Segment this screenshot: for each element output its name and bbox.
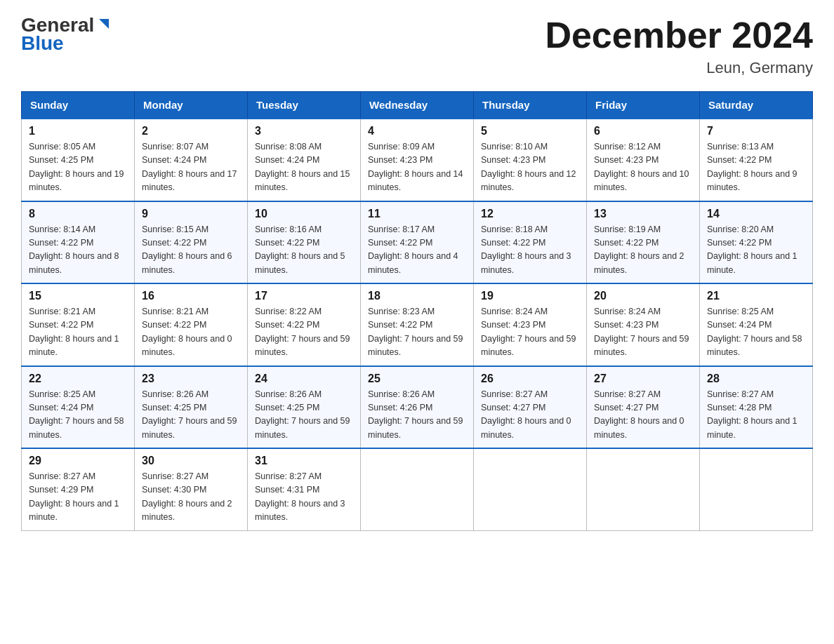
table-row: 17 Sunrise: 8:22 AMSunset: 4:22 PMDaylig…	[248, 283, 361, 366]
title-area: December 2024 Leun, Germany	[545, 14, 813, 77]
day-info: Sunrise: 8:14 AMSunset: 4:22 PMDaylight:…	[29, 223, 127, 278]
day-info: Sunrise: 8:24 AMSunset: 4:23 PMDaylight:…	[594, 305, 692, 360]
day-number: 20	[594, 290, 692, 302]
day-number: 27	[594, 373, 692, 385]
month-title: December 2024	[545, 14, 813, 56]
col-monday: Monday	[135, 92, 248, 119]
day-number: 24	[255, 373, 353, 385]
calendar-table: Sunday Monday Tuesday Wednesday Thursday…	[21, 91, 813, 531]
day-number: 11	[368, 208, 466, 220]
day-info: Sunrise: 8:17 AMSunset: 4:22 PMDaylight:…	[368, 223, 466, 278]
day-number: 7	[707, 125, 805, 137]
page-header: General Blue December 2024 Leun, Germany	[21, 14, 813, 77]
table-row: 16 Sunrise: 8:21 AMSunset: 4:22 PMDaylig…	[135, 283, 248, 366]
table-row: 14 Sunrise: 8:20 AMSunset: 4:22 PMDaylig…	[700, 201, 813, 284]
table-row: 4 Sunrise: 8:09 AMSunset: 4:23 PMDayligh…	[361, 119, 474, 201]
day-number: 2	[142, 125, 240, 137]
day-number: 30	[142, 455, 240, 467]
day-info: Sunrise: 8:19 AMSunset: 4:22 PMDaylight:…	[594, 223, 692, 278]
table-row: 9 Sunrise: 8:15 AMSunset: 4:22 PMDayligh…	[135, 201, 248, 284]
table-row: 8 Sunrise: 8:14 AMSunset: 4:22 PMDayligh…	[22, 201, 135, 284]
day-info: Sunrise: 8:07 AMSunset: 4:24 PMDaylight:…	[142, 140, 240, 195]
table-row: 3 Sunrise: 8:08 AMSunset: 4:24 PMDayligh…	[248, 119, 361, 201]
table-row	[700, 448, 813, 530]
table-row: 23 Sunrise: 8:26 AMSunset: 4:25 PMDaylig…	[135, 366, 248, 449]
table-row: 12 Sunrise: 8:18 AMSunset: 4:22 PMDaylig…	[474, 201, 587, 284]
day-info: Sunrise: 8:26 AMSunset: 4:25 PMDaylight:…	[255, 388, 353, 443]
day-info: Sunrise: 8:26 AMSunset: 4:26 PMDaylight:…	[368, 388, 466, 443]
day-info: Sunrise: 8:27 AMSunset: 4:28 PMDaylight:…	[707, 388, 805, 443]
calendar-week-row: 1 Sunrise: 8:05 AMSunset: 4:25 PMDayligh…	[22, 119, 813, 201]
day-number: 22	[29, 373, 127, 385]
day-number: 13	[594, 208, 692, 220]
day-info: Sunrise: 8:20 AMSunset: 4:22 PMDaylight:…	[707, 223, 805, 278]
table-row: 24 Sunrise: 8:26 AMSunset: 4:25 PMDaylig…	[248, 366, 361, 449]
day-info: Sunrise: 8:09 AMSunset: 4:23 PMDaylight:…	[368, 140, 466, 195]
table-row: 20 Sunrise: 8:24 AMSunset: 4:23 PMDaylig…	[587, 283, 700, 366]
day-info: Sunrise: 8:26 AMSunset: 4:25 PMDaylight:…	[142, 388, 240, 443]
table-row: 1 Sunrise: 8:05 AMSunset: 4:25 PMDayligh…	[22, 119, 135, 201]
logo-blue-text: Blue	[21, 32, 64, 55]
day-info: Sunrise: 8:12 AMSunset: 4:23 PMDaylight:…	[594, 140, 692, 195]
table-row	[361, 448, 474, 530]
calendar-header-row: Sunday Monday Tuesday Wednesday Thursday…	[22, 92, 813, 119]
day-info: Sunrise: 8:27 AMSunset: 4:31 PMDaylight:…	[255, 470, 353, 525]
table-row: 27 Sunrise: 8:27 AMSunset: 4:27 PMDaylig…	[587, 366, 700, 449]
day-number: 19	[481, 290, 579, 302]
location-label: Leun, Germany	[545, 59, 813, 77]
day-info: Sunrise: 8:05 AMSunset: 4:25 PMDaylight:…	[29, 140, 127, 195]
day-info: Sunrise: 8:21 AMSunset: 4:22 PMDaylight:…	[142, 305, 240, 360]
day-info: Sunrise: 8:08 AMSunset: 4:24 PMDaylight:…	[255, 140, 353, 195]
col-thursday: Thursday	[474, 92, 587, 119]
logo-triangle-icon	[96, 16, 112, 32]
day-number: 10	[255, 208, 353, 220]
table-row	[474, 448, 587, 530]
table-row: 11 Sunrise: 8:17 AMSunset: 4:22 PMDaylig…	[361, 201, 474, 284]
day-info: Sunrise: 8:25 AMSunset: 4:24 PMDaylight:…	[29, 388, 127, 443]
table-row: 29 Sunrise: 8:27 AMSunset: 4:29 PMDaylig…	[22, 448, 135, 530]
day-number: 15	[29, 290, 127, 302]
table-row: 7 Sunrise: 8:13 AMSunset: 4:22 PMDayligh…	[700, 119, 813, 201]
table-row: 13 Sunrise: 8:19 AMSunset: 4:22 PMDaylig…	[587, 201, 700, 284]
table-row: 28 Sunrise: 8:27 AMSunset: 4:28 PMDaylig…	[700, 366, 813, 449]
table-row: 2 Sunrise: 8:07 AMSunset: 4:24 PMDayligh…	[135, 119, 248, 201]
table-row: 30 Sunrise: 8:27 AMSunset: 4:30 PMDaylig…	[135, 448, 248, 530]
col-tuesday: Tuesday	[248, 92, 361, 119]
day-number: 14	[707, 208, 805, 220]
day-info: Sunrise: 8:13 AMSunset: 4:22 PMDaylight:…	[707, 140, 805, 195]
day-number: 17	[255, 290, 353, 302]
day-number: 29	[29, 455, 127, 467]
day-info: Sunrise: 8:24 AMSunset: 4:23 PMDaylight:…	[481, 305, 579, 360]
col-wednesday: Wednesday	[361, 92, 474, 119]
day-number: 8	[29, 208, 127, 220]
day-info: Sunrise: 8:23 AMSunset: 4:22 PMDaylight:…	[368, 305, 466, 360]
day-info: Sunrise: 8:15 AMSunset: 4:22 PMDaylight:…	[142, 223, 240, 278]
col-saturday: Saturday	[700, 92, 813, 119]
day-number: 1	[29, 125, 127, 137]
table-row: 25 Sunrise: 8:26 AMSunset: 4:26 PMDaylig…	[361, 366, 474, 449]
day-info: Sunrise: 8:25 AMSunset: 4:24 PMDaylight:…	[707, 305, 805, 360]
day-number: 25	[368, 373, 466, 385]
table-row: 10 Sunrise: 8:16 AMSunset: 4:22 PMDaylig…	[248, 201, 361, 284]
col-friday: Friday	[587, 92, 700, 119]
day-number: 9	[142, 208, 240, 220]
day-number: 5	[481, 125, 579, 137]
table-row: 31 Sunrise: 8:27 AMSunset: 4:31 PMDaylig…	[248, 448, 361, 530]
day-info: Sunrise: 8:22 AMSunset: 4:22 PMDaylight:…	[255, 305, 353, 360]
logo: General Blue	[21, 14, 112, 55]
table-row: 6 Sunrise: 8:12 AMSunset: 4:23 PMDayligh…	[587, 119, 700, 201]
day-info: Sunrise: 8:18 AMSunset: 4:22 PMDaylight:…	[481, 223, 579, 278]
calendar-week-row: 8 Sunrise: 8:14 AMSunset: 4:22 PMDayligh…	[22, 201, 813, 284]
day-info: Sunrise: 8:16 AMSunset: 4:22 PMDaylight:…	[255, 223, 353, 278]
day-number: 16	[142, 290, 240, 302]
table-row	[587, 448, 700, 530]
day-number: 3	[255, 125, 353, 137]
table-row: 18 Sunrise: 8:23 AMSunset: 4:22 PMDaylig…	[361, 283, 474, 366]
calendar-week-row: 29 Sunrise: 8:27 AMSunset: 4:29 PMDaylig…	[22, 448, 813, 530]
day-number: 23	[142, 373, 240, 385]
day-info: Sunrise: 8:27 AMSunset: 4:29 PMDaylight:…	[29, 470, 127, 525]
table-row: 5 Sunrise: 8:10 AMSunset: 4:23 PMDayligh…	[474, 119, 587, 201]
day-info: Sunrise: 8:27 AMSunset: 4:30 PMDaylight:…	[142, 470, 240, 525]
col-sunday: Sunday	[22, 92, 135, 119]
day-info: Sunrise: 8:10 AMSunset: 4:23 PMDaylight:…	[481, 140, 579, 195]
